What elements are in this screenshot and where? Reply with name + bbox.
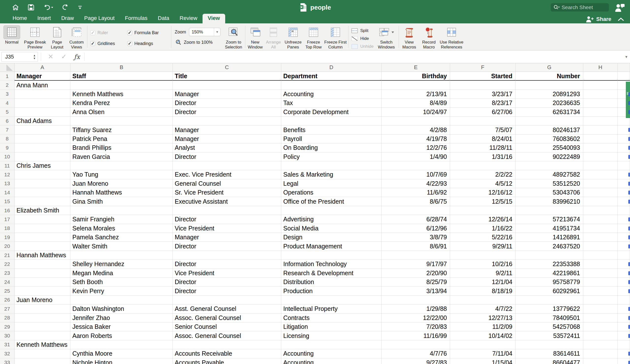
cell[interactable]: Legal [281, 179, 382, 188]
ruler-checkbox[interactable]: ✓ Ruler [90, 30, 127, 35]
row-header-27[interactable]: 27 [0, 305, 14, 313]
name-box-stepper[interactable]: ▲▼ [31, 54, 38, 59]
cell[interactable] [14, 233, 70, 242]
cell[interactable] [583, 188, 618, 197]
cell[interactable]: Walter Smith [70, 242, 173, 251]
tab-draw[interactable]: Draw [56, 14, 79, 23]
cell[interactable] [450, 340, 516, 349]
cell[interactable] [583, 340, 618, 349]
cell[interactable]: 12/27/13 [450, 314, 516, 323]
row-header-15[interactable]: 15 [0, 197, 14, 206]
cell[interactable]: Cynthia Moore [70, 349, 173, 358]
collapse-ribbon-icon[interactable] [618, 17, 624, 21]
row-header-23[interactable]: 23 [0, 269, 14, 278]
cell[interactable]: 11/2/09 [450, 323, 516, 331]
cell[interactable]: 7/11/04 [450, 349, 516, 358]
cell[interactable]: 24637520 [516, 242, 583, 251]
cell[interactable] [382, 296, 450, 305]
row-header-12[interactable]: 12 [0, 170, 14, 179]
cell[interactable]: Department [281, 72, 382, 81]
tab-view[interactable]: View [202, 14, 225, 23]
cell[interactable] [618, 340, 630, 349]
tab-data[interactable]: Data [152, 14, 174, 23]
cell[interactable] [70, 251, 173, 260]
normal-view-button[interactable]: Normal [2, 25, 22, 45]
row-header-4[interactable]: 4 [0, 99, 14, 107]
cell[interactable]: Director [173, 242, 281, 251]
cell[interactable] [583, 108, 618, 117]
cell[interactable]: Assoc. General Counsel [173, 331, 281, 340]
cell[interactable] [516, 296, 583, 305]
row-header-29[interactable]: 29 [0, 323, 14, 331]
row-header-14[interactable]: 14 [0, 188, 14, 197]
cell[interactable] [14, 134, 70, 143]
hide-button[interactable]: Hide [351, 35, 374, 42]
row-header-20[interactable]: 20 [0, 242, 14, 251]
row-header-24[interactable]: 24 [0, 278, 14, 287]
tab-home[interactable]: Home [8, 14, 32, 23]
cell[interactable]: Accounts Payable [173, 358, 281, 364]
cell[interactable] [14, 323, 70, 331]
cell[interactable] [450, 296, 516, 305]
cell[interactable]: 4/19/78 [382, 134, 450, 143]
cell[interactable] [173, 251, 281, 260]
cell[interactable]: Executive Assistant [173, 197, 281, 206]
cell[interactable]: 41951734 [516, 224, 583, 233]
cell[interactable] [173, 117, 281, 125]
cell[interactable]: 25540093 [516, 143, 583, 152]
cell[interactable] [14, 260, 70, 269]
cell[interactable]: Advertising [281, 215, 382, 224]
cell[interactable]: Elizabeth Smith [14, 206, 70, 215]
cell[interactable]: 4/5/12 [450, 179, 516, 188]
column-header-C[interactable]: C [173, 63, 281, 71]
cell[interactable]: 9/2/11 [450, 269, 516, 278]
cell[interactable] [281, 117, 382, 125]
tab-formulas[interactable]: Formulas [120, 14, 153, 23]
row-header-30[interactable]: 30 [0, 331, 14, 340]
cell[interactable]: 8/4/89 [382, 99, 450, 107]
cell[interactable]: Kenneth Matthews [70, 90, 173, 99]
cell[interactable]: Accounting [281, 90, 382, 99]
cell[interactable]: 3/13/94 [382, 287, 450, 295]
row-header-28[interactable]: 28 [0, 314, 14, 323]
headings-checkbox[interactable]: ✓ Headings [127, 41, 169, 46]
cell[interactable]: 11/28/11 [450, 143, 516, 152]
row-header-2[interactable]: 2 [0, 81, 14, 89]
cell[interactable] [14, 90, 70, 99]
row-header-32[interactable]: 32 [0, 349, 14, 358]
cell[interactable] [583, 197, 618, 206]
cell[interactable]: Tiffany Suarez [70, 125, 173, 134]
cell[interactable]: Asst. General Counsel [173, 305, 281, 313]
cell[interactable] [583, 152, 618, 161]
cell[interactable]: 3/8/79 [382, 233, 450, 242]
cell[interactable] [583, 242, 618, 251]
cell[interactable]: 4/7/76 [382, 349, 450, 358]
cell[interactable] [618, 206, 630, 215]
row-header-21[interactable]: 21 [0, 251, 14, 260]
cell[interactable]: Analyst [173, 143, 281, 152]
cell[interactable]: Juan Moreno [14, 296, 70, 305]
cell[interactable]: Director [173, 287, 281, 295]
cell[interactable] [583, 323, 618, 331]
cell[interactable]: Director [173, 278, 281, 287]
view-macros-button[interactable]: View Macros [400, 25, 419, 50]
cell[interactable]: Manager [173, 233, 281, 242]
row-header-17[interactable]: 17 [0, 215, 14, 224]
cell[interactable] [516, 206, 583, 215]
cell[interactable]: Design [281, 233, 382, 242]
row-header-6[interactable]: 6 [0, 117, 14, 125]
cell[interactable]: Kevin Perry [70, 287, 173, 295]
cell[interactable] [583, 224, 618, 233]
cell[interactable]: 1/31/16 [450, 152, 516, 161]
cell[interactable]: Vice President [173, 224, 281, 233]
cell[interactable] [618, 296, 630, 305]
cell[interactable]: Production [281, 287, 382, 295]
cell[interactable]: 62631734 [516, 108, 583, 117]
cell[interactable]: Licensing [281, 331, 382, 340]
row-header-19[interactable]: 19 [0, 233, 14, 242]
cell[interactable] [618, 251, 630, 260]
cell[interactable] [14, 269, 70, 278]
cell[interactable] [382, 340, 450, 349]
column-header-E[interactable]: E [382, 63, 450, 71]
cell[interactable]: 1/29/88 [382, 305, 450, 313]
